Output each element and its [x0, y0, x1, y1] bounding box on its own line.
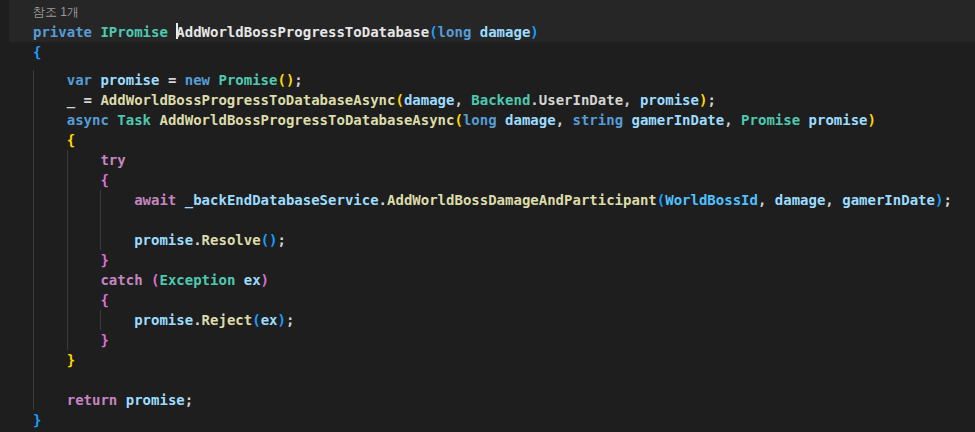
code-token: (	[252, 312, 260, 328]
indent-guide	[33, 70, 34, 410]
code-token: Promise	[741, 112, 808, 128]
code-token: gamerInDate	[842, 192, 935, 208]
code-token: {	[100, 292, 108, 308]
code-token: }	[67, 352, 75, 368]
code-area: 참조 1개 private IPromise AddWorldBossProgr…	[0, 0, 975, 430]
code-token: private	[33, 24, 100, 40]
code-token: long	[463, 112, 505, 128]
code-token: }	[33, 412, 41, 428]
code-token: _backEndDatabaseService	[185, 192, 379, 208]
code-token	[33, 312, 134, 328]
code-token: Backend	[471, 92, 530, 108]
code-token: AddWorldBossProgressToDatabaseAsync	[159, 112, 454, 128]
code-token: ;	[277, 232, 285, 248]
code-token: damage	[505, 112, 556, 128]
code-token: ex	[261, 312, 278, 328]
code-token: ;	[185, 392, 193, 408]
code-token: promise	[126, 392, 185, 408]
code-token: promise	[134, 232, 193, 248]
code-token: }	[100, 332, 108, 348]
code-token: )	[868, 112, 876, 128]
codelens-label[interactable]: 참조 1개	[33, 5, 79, 19]
code-token: gamerInDate	[632, 112, 725, 128]
code-token: AddWorldBossDamageAndParticipant	[387, 192, 657, 208]
code-token: ()	[277, 72, 294, 88]
codelens-references[interactable]: 참조 1개	[0, 0, 975, 22]
indent-guide	[100, 310, 101, 330]
code-token: var	[67, 72, 101, 88]
code-token: (	[454, 112, 462, 128]
code-token: Exception	[159, 272, 243, 288]
code-token: (	[395, 92, 403, 108]
code-token: )	[261, 272, 269, 288]
code-token: Reject	[202, 312, 253, 328]
indent-guide	[100, 190, 101, 250]
code-token: async	[67, 112, 118, 128]
code-token	[33, 132, 67, 148]
code-line: _ = AddWorldBossProgressToDatabaseAsync(…	[0, 90, 975, 110]
code-token: ,	[724, 112, 741, 128]
code-line: }	[0, 250, 975, 270]
code-token: (	[429, 24, 437, 40]
code-token: ;	[286, 312, 294, 328]
code-token: )	[530, 24, 538, 40]
code-line: {	[0, 290, 975, 310]
code-token: .	[193, 232, 201, 248]
code-token: .	[379, 192, 387, 208]
code-token: AddWorldBossProgressToDatabaseAsync	[100, 92, 395, 108]
code-token: damage	[404, 92, 455, 108]
code-token	[33, 392, 67, 408]
code-token: Task	[117, 112, 159, 128]
code-line	[0, 210, 975, 230]
code-token: {	[100, 172, 108, 188]
code-token: WorldBossId	[665, 192, 758, 208]
code-token: ,	[825, 192, 842, 208]
code-token: ;	[707, 92, 715, 108]
code-line: {	[0, 130, 975, 150]
code-token: _ =	[33, 92, 100, 108]
code-token: string	[573, 112, 632, 128]
code-token: promise	[809, 112, 868, 128]
code-token: await	[134, 192, 185, 208]
code-token	[33, 112, 67, 128]
code-token	[33, 352, 67, 368]
code-line: private IPromise AddWorldBossProgressToD…	[0, 22, 975, 42]
code-token: {	[33, 44, 41, 60]
code-line: var promise = new Promise();	[0, 70, 975, 90]
code-line: {	[0, 42, 975, 62]
code-token: promise	[100, 72, 167, 88]
code-token: ,	[758, 192, 775, 208]
code-token: catch	[100, 272, 151, 288]
code-token: damage	[775, 192, 826, 208]
code-token: IPromise	[100, 24, 176, 40]
code-token: =	[168, 72, 185, 88]
code-token: long	[438, 24, 480, 40]
code-line: try	[0, 150, 975, 170]
code-token: promise	[134, 312, 193, 328]
code-token: )	[277, 312, 285, 328]
code-token: ,	[454, 92, 471, 108]
code-token: try	[100, 152, 125, 168]
code-line: return promise;	[0, 390, 975, 410]
code-token: AddWorldBossProgressToDatabase	[176, 24, 429, 40]
code-token: Promise	[218, 72, 277, 88]
indent-guide	[67, 150, 68, 350]
code-line: promise.Reject(ex);	[0, 310, 975, 330]
code-token: .UserInDate,	[530, 92, 640, 108]
code-editor[interactable]: 참조 1개 private IPromise AddWorldBossProgr…	[0, 0, 975, 432]
code-token: ()	[261, 232, 278, 248]
code-line: }	[0, 330, 975, 350]
code-line: async Task AddWorldBossProgressToDatabas…	[0, 110, 975, 130]
code-line: promise.Resolve();	[0, 230, 975, 250]
code-token: ;	[943, 192, 951, 208]
code-token: new	[185, 72, 219, 88]
code-line: }	[0, 350, 975, 370]
code-line	[0, 370, 975, 390]
code-token	[33, 72, 67, 88]
code-token: (	[657, 192, 665, 208]
code-token: .	[193, 312, 201, 328]
code-token: {	[67, 132, 75, 148]
code-token: ;	[294, 72, 302, 88]
code-token: damage	[480, 24, 531, 40]
code-line: await _backEndDatabaseService.AddWorldBo…	[0, 190, 975, 210]
